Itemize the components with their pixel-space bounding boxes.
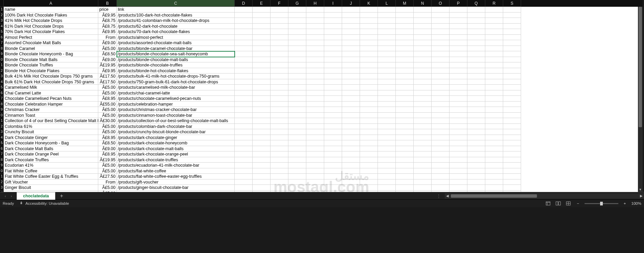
cell[interactable]: [485, 18, 503, 24]
cell[interactable]: [271, 24, 288, 29]
cell[interactable]: [235, 140, 253, 146]
column-header-L[interactable]: L: [378, 0, 396, 7]
cell[interactable]: [432, 51, 449, 57]
cell[interactable]: [378, 40, 396, 46]
cell[interactable]: [342, 168, 360, 174]
cell[interactable]: [306, 29, 324, 35]
cell[interactable]: [503, 102, 521, 107]
cell[interactable]: [271, 85, 288, 90]
cell[interactable]: [378, 157, 396, 163]
cell[interactable]: [360, 174, 378, 179]
cell[interactable]: [288, 140, 306, 146]
cell[interactable]: [378, 146, 396, 152]
cell[interactable]: /products/cinnamon-toast-chocolate-bar: [117, 113, 235, 118]
cell[interactable]: [485, 12, 503, 18]
cell[interactable]: [432, 35, 449, 40]
cell[interactable]: [235, 62, 253, 68]
cell[interactable]: [342, 174, 360, 179]
zoom-slider[interactable]: [585, 203, 618, 204]
cell[interactable]: [378, 57, 396, 63]
cell[interactable]: [378, 163, 396, 168]
view-page-break-button[interactable]: [565, 201, 571, 206]
cell[interactable]: Â£5.00: [98, 163, 117, 168]
cell[interactable]: [235, 168, 253, 174]
cell[interactable]: [288, 12, 306, 18]
cell[interactable]: [288, 179, 306, 185]
cell[interactable]: [324, 151, 342, 157]
cell[interactable]: [306, 12, 324, 18]
cell[interactable]: [414, 107, 432, 113]
vertical-scrollbar-thumb[interactable]: [639, 7, 642, 127]
cell[interactable]: Cinnamon Toast: [4, 113, 98, 118]
cell[interactable]: [271, 163, 288, 168]
cell[interactable]: [378, 74, 396, 79]
cell[interactable]: [485, 57, 503, 63]
cell[interactable]: [467, 168, 485, 174]
cell[interactable]: [360, 102, 378, 107]
cell[interactable]: Dark Chocolate Malt Balls: [4, 146, 98, 152]
cell[interactable]: [271, 185, 288, 191]
cell[interactable]: [414, 124, 432, 130]
column-header-A[interactable]: A: [4, 0, 98, 7]
cell[interactable]: [414, 24, 432, 29]
cell[interactable]: [253, 24, 271, 29]
cell[interactable]: /products/christmas-cracker-chocolate-ba…: [117, 107, 235, 113]
cell[interactable]: [271, 191, 288, 192]
cell[interactable]: [449, 90, 467, 96]
cell[interactable]: [378, 79, 396, 85]
zoom-in-button[interactable]: +: [622, 201, 627, 205]
cell[interactable]: [467, 118, 485, 124]
cell[interactable]: [485, 146, 503, 152]
cell[interactable]: /products/dark-chocolate-malt-balls: [117, 146, 235, 152]
row-header[interactable]: 8: [0, 157, 4, 163]
cell[interactable]: Ecudorian 41%: [4, 163, 98, 168]
cell[interactable]: [324, 24, 342, 29]
cell[interactable]: [324, 7, 342, 12]
cell[interactable]: [467, 185, 485, 191]
row-header[interactable]: 8: [0, 46, 4, 52]
row-header[interactable]: 7: [0, 40, 4, 46]
cell[interactable]: [360, 90, 378, 96]
cell[interactable]: [414, 62, 432, 68]
cell[interactable]: [324, 85, 342, 90]
cell[interactable]: [288, 24, 306, 29]
cell[interactable]: [306, 90, 324, 96]
cell[interactable]: [485, 40, 503, 46]
cell[interactable]: [396, 113, 414, 118]
cell[interactable]: [360, 51, 378, 57]
cell[interactable]: [342, 146, 360, 152]
cell[interactable]: [414, 168, 432, 174]
cell[interactable]: [342, 46, 360, 52]
row-header[interactable]: 7: [0, 151, 4, 157]
cell[interactable]: [360, 135, 378, 141]
cell[interactable]: [342, 18, 360, 24]
cell[interactable]: [485, 74, 503, 79]
cell[interactable]: [449, 146, 467, 152]
cell[interactable]: [485, 157, 503, 163]
column-header-K[interactable]: K: [360, 0, 378, 7]
cell[interactable]: Â£9.00: [98, 146, 117, 152]
cell[interactable]: [360, 12, 378, 18]
cell[interactable]: [253, 57, 271, 63]
cell[interactable]: [467, 174, 485, 179]
cell[interactable]: /products/blonde-hot-chocolate-flakes: [117, 68, 235, 74]
cell[interactable]: /products/chocolate-caramelised-pecan-nu…: [117, 96, 235, 102]
cell[interactable]: [503, 146, 521, 152]
cell[interactable]: [235, 7, 253, 12]
cell[interactable]: /products/colombian-dark-chocolate-bar: [117, 124, 235, 130]
cell[interactable]: [449, 118, 467, 124]
cell[interactable]: Â£8.95: [98, 135, 117, 141]
cell[interactable]: [306, 140, 324, 146]
cell[interactable]: /products/dark-chocolate-orange-peel: [117, 151, 235, 157]
cell[interactable]: [324, 191, 342, 192]
cell[interactable]: [414, 151, 432, 157]
cell[interactable]: [378, 191, 396, 192]
cell[interactable]: [324, 18, 342, 24]
cell[interactable]: [324, 29, 342, 35]
cell[interactable]: [324, 79, 342, 85]
cell[interactable]: /products/ginger-biscuit-chocolate-bar: [117, 185, 235, 191]
cell[interactable]: [396, 18, 414, 24]
cell[interactable]: [414, 118, 432, 124]
cell[interactable]: [253, 68, 271, 74]
cell[interactable]: /products/bulk-41-milk-hot-chocolate-dro…: [117, 74, 235, 79]
